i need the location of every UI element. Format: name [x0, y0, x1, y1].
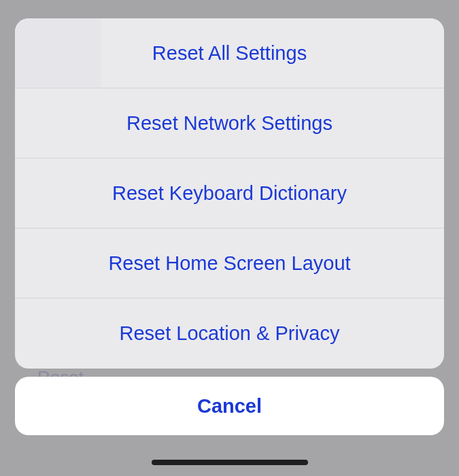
reset-home-screen-layout-button[interactable]: Reset Home Screen Layout: [15, 228, 444, 299]
action-sheet-container: Reset All Settings Reset Network Setting…: [15, 18, 444, 435]
home-indicator[interactable]: [152, 460, 308, 465]
action-item-label: Reset Keyboard Dictionary: [112, 182, 347, 205]
reset-network-settings-button[interactable]: Reset Network Settings: [15, 88, 444, 158]
action-item-label: Reset Network Settings: [126, 112, 333, 135]
action-sheet: Reset All Settings Reset Network Setting…: [15, 18, 444, 369]
reset-keyboard-dictionary-button[interactable]: Reset Keyboard Dictionary: [15, 158, 444, 228]
action-item-label: Reset Location & Privacy: [120, 322, 340, 345]
action-item-label: Reset All Settings: [152, 42, 307, 65]
action-item-label: Reset Home Screen Layout: [108, 252, 350, 275]
cancel-button-label: Cancel: [197, 395, 262, 418]
reset-all-settings-button[interactable]: Reset All Settings: [15, 18, 444, 88]
reset-location-privacy-button[interactable]: Reset Location & Privacy: [15, 299, 444, 369]
cancel-button[interactable]: Cancel: [15, 377, 444, 435]
